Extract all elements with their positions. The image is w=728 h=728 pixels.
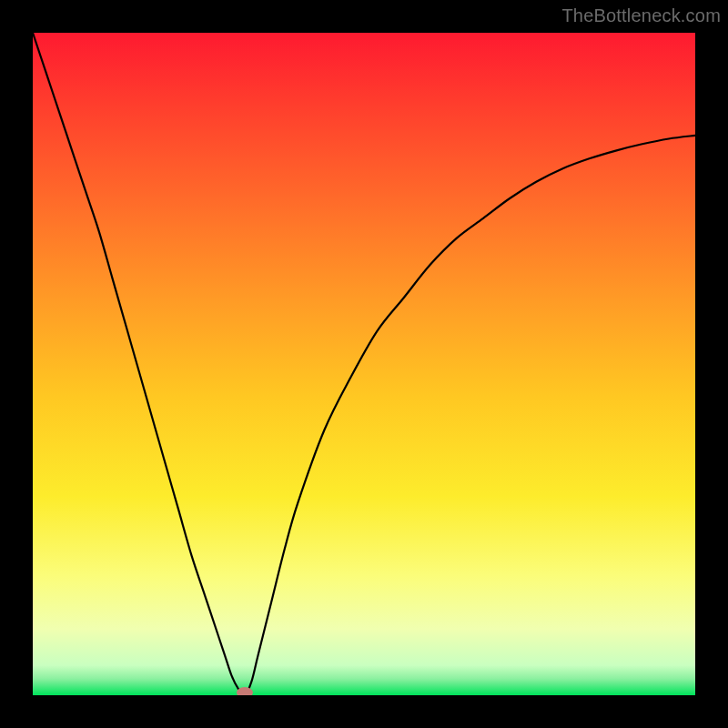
plot-area: [33, 33, 695, 695]
gradient-background: [33, 33, 695, 695]
watermark-text: TheBottleneck.com: [561, 5, 721, 26]
chart-frame: TheBottleneck.com: [0, 0, 728, 728]
